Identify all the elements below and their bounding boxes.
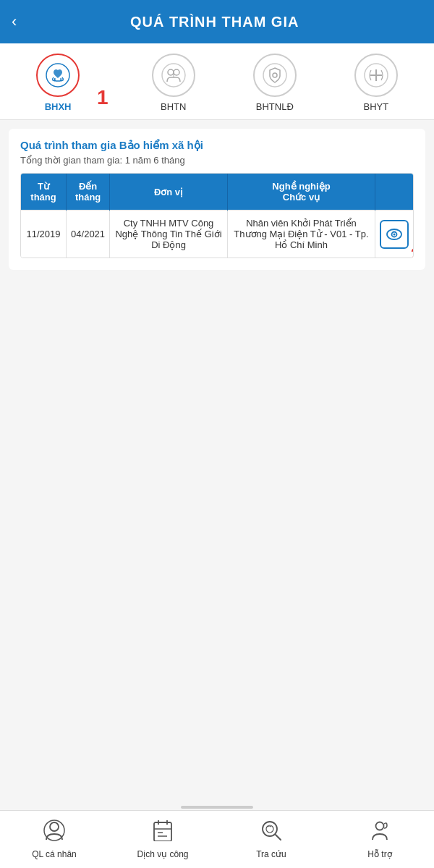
tab-label-bhtn: BHTN (161, 101, 186, 112)
nav-label-tra-cuu: Tra cứu (256, 849, 286, 859)
nav-icon-tra-cuu (260, 820, 282, 846)
bhyt-icon (364, 63, 388, 88)
nav-label-dich-vu-cong: Dịch vụ công (137, 849, 188, 859)
nav-label-ql-ca-nhan: QL cá nhân (32, 849, 77, 859)
back-button[interactable]: ‹ (12, 12, 17, 31)
badge-2: 2 (411, 244, 414, 258)
cell-unit: Cty TNHH MTV Công Nghệ Thông Tin Thế Giớ… (110, 210, 228, 258)
tab-badge-group-bhxh: BHXH 1 (22, 54, 109, 112)
cell-from: 11/2019 (21, 210, 67, 258)
badge-1: 1 (97, 88, 109, 108)
tab-bhxh[interactable]: BHXH (22, 54, 94, 112)
col-role: Nghề nghiệpChức vụ (227, 174, 375, 210)
nav-ho-tro[interactable]: Hỗ trợ (326, 820, 434, 859)
nav-label-ho-tro: Hỗ trợ (367, 849, 391, 859)
nav-icon-dich-vu-cong (153, 820, 173, 846)
tab-icon-bhtn (152, 54, 195, 97)
nav-icon-ql-ca-nhan (43, 820, 65, 846)
svg-rect-12 (154, 822, 171, 841)
cell-to: 04/2021 (67, 210, 110, 258)
nav-dich-vu-cong[interactable]: Dịch vụ công (109, 820, 217, 859)
tab-row: BHXH 1 BHTN BHTNLĐ (0, 43, 434, 120)
eye-icon (386, 229, 402, 240)
tab-label-bhxh: BHXH (45, 101, 72, 112)
bhtnld-icon (263, 63, 287, 88)
svg-point-15 (376, 822, 384, 830)
svg-point-13 (263, 822, 277, 836)
bottom-nav: QL cá nhân Dịch vụ công Tra cứu (0, 810, 434, 868)
info-card-subtitle: Tổng thời gian tham gia: 1 năm 6 tháng (20, 155, 414, 166)
tab-bhtn[interactable]: BHTN (137, 54, 210, 112)
nav-ql-ca-nhan[interactable]: QL cá nhân (0, 820, 109, 859)
bhxh-icon (46, 63, 70, 88)
tab-icon-bhtnld (253, 54, 297, 97)
bhtn-icon (161, 63, 186, 88)
tab-bhyt[interactable]: BHYT (340, 54, 412, 112)
svg-point-11 (44, 820, 64, 841)
info-card-title: Quá trình tham gia Bảo hiểm xã hội (20, 139, 414, 152)
info-card: Quá trình tham gia Bảo hiểm xã hội Tổng … (9, 129, 425, 270)
scroll-indicator (181, 806, 253, 809)
nav-icon-ho-tro (370, 820, 390, 846)
view-detail-button[interactable] (380, 220, 409, 249)
col-action (375, 174, 414, 210)
tab-bhtnld[interactable]: BHTNLĐ (239, 54, 311, 112)
tab-label-bhtnld: BHTNLĐ (256, 101, 294, 112)
content-area: Quá trình tham gia Bảo hiểm xã hội Tổng … (0, 120, 434, 814)
tab-label-bhyt: BHYT (364, 101, 389, 112)
col-unit: Đơn vị (110, 174, 228, 210)
table-row: 11/2019 04/2021 Cty TNHH MTV Công Nghệ T… (21, 210, 413, 258)
tab-icon-bhxh (36, 54, 80, 97)
svg-point-4 (263, 64, 286, 87)
page-title: QUÁ TRÌNH THAM GIA (28, 14, 422, 30)
col-from: Từ tháng (21, 174, 67, 210)
participation-table: Từ tháng Đếntháng Đơn vị Nghề nghiệpChức… (20, 173, 414, 258)
cell-role: Nhân viên Khởi Phát Triển Thương Mại Điệ… (227, 210, 375, 258)
header: ‹ QUÁ TRÌNH THAM GIA (0, 0, 434, 43)
table-header-row: Từ tháng Đếntháng Đơn vị Nghề nghiệpChức… (21, 174, 413, 210)
nav-tra-cuu[interactable]: Tra cứu (217, 820, 326, 859)
tab-icon-bhyt (354, 54, 398, 97)
svg-point-9 (393, 233, 396, 235)
col-to: Đếntháng (67, 174, 110, 210)
svg-point-10 (50, 822, 59, 831)
cell-action: 2 (375, 210, 414, 258)
